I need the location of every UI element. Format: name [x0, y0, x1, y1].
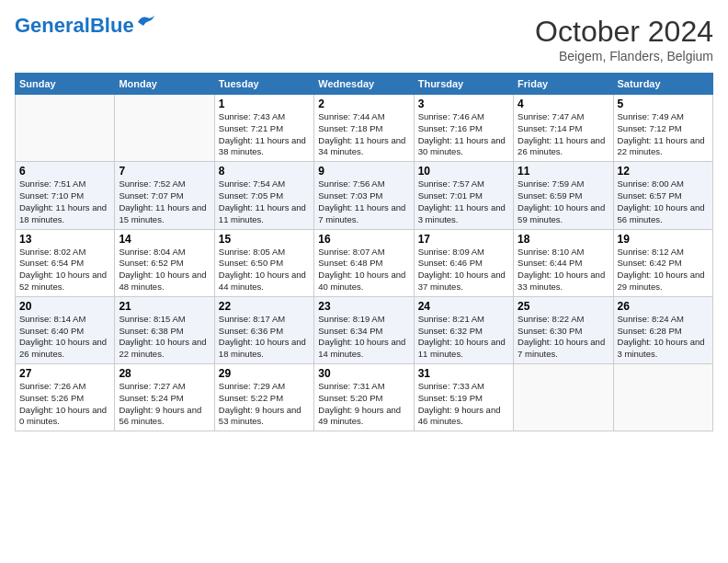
day-info: Sunrise: 8:00 AM Sunset: 6:57 PM Dayligh… — [618, 178, 709, 225]
day-number: 8 — [219, 165, 310, 178]
calendar-week-row: 1Sunrise: 7:43 AM Sunset: 7:21 PM Daylig… — [16, 95, 713, 162]
calendar-cell: 16Sunrise: 8:07 AM Sunset: 6:48 PM Dayli… — [314, 229, 414, 296]
day-info: Sunrise: 7:59 AM Sunset: 6:59 PM Dayligh… — [518, 178, 609, 225]
day-number: 3 — [418, 98, 509, 110]
day-number: 7 — [119, 165, 210, 178]
day-info: Sunrise: 7:44 AM Sunset: 7:18 PM Dayligh… — [318, 111, 409, 158]
day-number: 11 — [518, 165, 609, 178]
calendar-cell: 26Sunrise: 8:24 AM Sunset: 6:28 PM Dayli… — [613, 296, 712, 363]
day-info: Sunrise: 8:04 AM Sunset: 6:52 PM Dayligh… — [119, 247, 210, 293]
calendar-cell: 6Sunrise: 7:51 AM Sunset: 7:10 PM Daylig… — [16, 162, 115, 229]
day-info: Sunrise: 8:12 AM Sunset: 6:42 PM Dayligh… — [618, 247, 709, 293]
day-number: 19 — [618, 233, 709, 246]
day-number: 25 — [518, 300, 609, 313]
day-number: 17 — [418, 233, 509, 246]
day-info: Sunrise: 7:27 AM Sunset: 5:24 PM Dayligh… — [119, 381, 210, 428]
day-number: 4 — [518, 98, 609, 110]
calendar-cell: 21Sunrise: 8:15 AM Sunset: 6:38 PM Dayli… — [115, 296, 214, 363]
day-number: 31 — [418, 367, 509, 380]
calendar-cell: 29Sunrise: 7:29 AM Sunset: 5:22 PM Dayli… — [214, 364, 313, 431]
calendar-header-row: SundayMondayTuesdayWednesdayThursdayFrid… — [16, 74, 713, 95]
logo-text: GeneralBlue — [15, 15, 134, 37]
day-info: Sunrise: 8:17 AM Sunset: 6:36 PM Dayligh… — [219, 314, 310, 361]
day-number: 22 — [219, 300, 310, 313]
calendar-cell: 11Sunrise: 7:59 AM Sunset: 6:59 PM Dayli… — [514, 162, 613, 229]
calendar-cell: 24Sunrise: 8:21 AM Sunset: 6:32 PM Dayli… — [414, 296, 513, 363]
calendar-cell: 30Sunrise: 7:31 AM Sunset: 5:20 PM Dayli… — [314, 364, 414, 431]
calendar-cell: 15Sunrise: 8:05 AM Sunset: 6:50 PM Dayli… — [214, 229, 313, 296]
day-number: 18 — [518, 233, 609, 246]
day-header-thursday: Thursday — [414, 74, 513, 95]
day-number: 5 — [618, 98, 709, 110]
day-header-friday: Friday — [514, 74, 613, 95]
day-info: Sunrise: 8:22 AM Sunset: 6:30 PM Dayligh… — [518, 314, 609, 361]
day-info: Sunrise: 8:10 AM Sunset: 6:44 PM Dayligh… — [518, 247, 609, 293]
day-number: 24 — [418, 300, 509, 313]
day-number: 14 — [119, 233, 210, 246]
day-info: Sunrise: 8:05 AM Sunset: 6:50 PM Dayligh… — [219, 247, 310, 293]
calendar-cell: 14Sunrise: 8:04 AM Sunset: 6:52 PM Dayli… — [115, 229, 214, 296]
day-info: Sunrise: 7:51 AM Sunset: 7:10 PM Dayligh… — [19, 178, 110, 225]
calendar-cell: 17Sunrise: 8:09 AM Sunset: 6:46 PM Dayli… — [414, 229, 513, 296]
day-info: Sunrise: 7:31 AM Sunset: 5:20 PM Dayligh… — [318, 381, 409, 428]
day-number: 23 — [318, 300, 409, 313]
day-number: 16 — [318, 233, 409, 246]
day-number: 13 — [19, 233, 110, 246]
page-header: GeneralBlue October 2024 Beigem, Flander… — [15, 15, 713, 63]
calendar-cell: 28Sunrise: 7:27 AM Sunset: 5:24 PM Dayli… — [115, 364, 214, 431]
day-info: Sunrise: 7:49 AM Sunset: 7:12 PM Dayligh… — [618, 111, 709, 158]
month-title: October 2024 — [535, 15, 713, 49]
day-info: Sunrise: 7:47 AM Sunset: 7:14 PM Dayligh… — [518, 111, 609, 158]
calendar-cell: 23Sunrise: 8:19 AM Sunset: 6:34 PM Dayli… — [314, 296, 414, 363]
calendar-cell: 31Sunrise: 7:33 AM Sunset: 5:19 PM Dayli… — [414, 364, 513, 431]
day-number: 29 — [219, 367, 310, 380]
calendar-cell: 3Sunrise: 7:46 AM Sunset: 7:16 PM Daylig… — [414, 95, 513, 162]
day-header-wednesday: Wednesday — [314, 74, 414, 95]
day-info: Sunrise: 7:43 AM Sunset: 7:21 PM Dayligh… — [219, 111, 310, 158]
day-info: Sunrise: 7:52 AM Sunset: 7:07 PM Dayligh… — [119, 178, 210, 225]
calendar-cell: 1Sunrise: 7:43 AM Sunset: 7:21 PM Daylig… — [214, 95, 313, 162]
calendar-cell: 4Sunrise: 7:47 AM Sunset: 7:14 PM Daylig… — [514, 95, 613, 162]
day-number: 26 — [618, 300, 709, 313]
calendar-week-row: 20Sunrise: 8:14 AM Sunset: 6:40 PM Dayli… — [16, 296, 713, 363]
day-info: Sunrise: 8:09 AM Sunset: 6:46 PM Dayligh… — [418, 247, 509, 293]
calendar-week-row: 27Sunrise: 7:26 AM Sunset: 5:26 PM Dayli… — [16, 364, 713, 431]
day-info: Sunrise: 7:56 AM Sunset: 7:03 PM Dayligh… — [318, 178, 409, 225]
day-number: 15 — [219, 233, 310, 246]
calendar-cell — [115, 95, 214, 162]
logo: GeneralBlue — [15, 15, 156, 37]
day-number: 10 — [418, 165, 509, 178]
calendar-cell: 27Sunrise: 7:26 AM Sunset: 5:26 PM Dayli… — [16, 364, 115, 431]
day-info: Sunrise: 8:21 AM Sunset: 6:32 PM Dayligh… — [418, 314, 509, 361]
logo-bird-icon — [136, 15, 156, 29]
day-header-tuesday: Tuesday — [214, 74, 313, 95]
calendar-cell: 9Sunrise: 7:56 AM Sunset: 7:03 PM Daylig… — [314, 162, 414, 229]
calendar-cell: 10Sunrise: 7:57 AM Sunset: 7:01 PM Dayli… — [414, 162, 513, 229]
day-number: 12 — [618, 165, 709, 178]
day-info: Sunrise: 8:14 AM Sunset: 6:40 PM Dayligh… — [19, 314, 110, 361]
calendar-cell: 13Sunrise: 8:02 AM Sunset: 6:54 PM Dayli… — [16, 229, 115, 296]
day-number: 27 — [19, 367, 110, 380]
calendar-cell: 22Sunrise: 8:17 AM Sunset: 6:36 PM Dayli… — [214, 296, 313, 363]
day-header-saturday: Saturday — [613, 74, 712, 95]
day-number: 30 — [318, 367, 409, 380]
day-info: Sunrise: 8:02 AM Sunset: 6:54 PM Dayligh… — [19, 247, 110, 293]
day-number: 20 — [19, 300, 110, 313]
calendar-cell: 18Sunrise: 8:10 AM Sunset: 6:44 PM Dayli… — [514, 229, 613, 296]
day-info: Sunrise: 8:15 AM Sunset: 6:38 PM Dayligh… — [119, 314, 210, 361]
calendar-cell — [613, 364, 712, 431]
title-area: October 2024 Beigem, Flanders, Belgium — [535, 15, 713, 63]
calendar-cell: 19Sunrise: 8:12 AM Sunset: 6:42 PM Dayli… — [613, 229, 712, 296]
day-number: 2 — [318, 98, 409, 110]
day-number: 9 — [318, 165, 409, 178]
day-info: Sunrise: 7:57 AM Sunset: 7:01 PM Dayligh… — [418, 178, 509, 225]
day-header-sunday: Sunday — [16, 74, 115, 95]
day-info: Sunrise: 7:29 AM Sunset: 5:22 PM Dayligh… — [219, 381, 310, 428]
day-info: Sunrise: 7:33 AM Sunset: 5:19 PM Dayligh… — [418, 381, 509, 428]
calendar-cell: 2Sunrise: 7:44 AM Sunset: 7:18 PM Daylig… — [314, 95, 414, 162]
calendar-week-row: 13Sunrise: 8:02 AM Sunset: 6:54 PM Dayli… — [16, 229, 713, 296]
day-number: 28 — [119, 367, 210, 380]
calendar-cell: 25Sunrise: 8:22 AM Sunset: 6:30 PM Dayli… — [514, 296, 613, 363]
day-info: Sunrise: 8:07 AM Sunset: 6:48 PM Dayligh… — [318, 247, 409, 293]
day-info: Sunrise: 8:19 AM Sunset: 6:34 PM Dayligh… — [318, 314, 409, 361]
